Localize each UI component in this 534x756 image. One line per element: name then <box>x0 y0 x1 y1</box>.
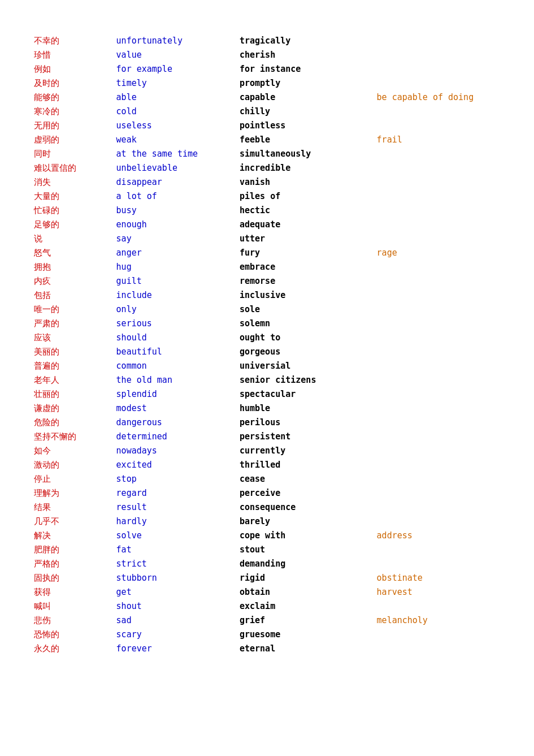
english-word-3 <box>377 401 500 416</box>
english-word-2: perceive <box>240 486 377 500</box>
english-word-2: consequence <box>240 500 377 515</box>
english-word-1: disappear <box>116 175 240 189</box>
chinese-word: 严格的 <box>34 557 116 571</box>
english-word-1: should <box>116 331 240 345</box>
table-row: 永久的forevereternal <box>34 642 500 656</box>
table-row: 及时的timelypromptly <box>34 76 500 90</box>
chinese-word: 理解为 <box>34 486 116 500</box>
english-word-2: persistent <box>240 430 377 444</box>
english-word-2: grief <box>240 614 377 628</box>
chinese-word: 能够的 <box>34 90 116 105</box>
table-row: 寒冷的coldchilly <box>34 105 500 119</box>
english-word-1: stubborn <box>116 571 240 585</box>
chinese-word: 永久的 <box>34 642 116 656</box>
chinese-word: 及时的 <box>34 76 116 90</box>
english-word-3 <box>377 387 500 401</box>
chinese-word: 例如 <box>34 62 116 76</box>
english-word-3 <box>377 486 500 500</box>
chinese-word: 虚弱的 <box>34 133 116 147</box>
english-word-2: eternal <box>240 642 377 656</box>
english-word-1: scary <box>116 628 240 642</box>
english-word-2: tragically <box>240 34 377 48</box>
english-word-2: utter <box>240 232 377 246</box>
chinese-word: 停止 <box>34 472 116 486</box>
table-row: 获得getobtainharvest <box>34 585 500 599</box>
english-word-3 <box>377 472 500 486</box>
english-word-2: piles of <box>240 189 377 204</box>
english-word-2: incredible <box>240 161 377 175</box>
english-word-1: useless <box>116 119 240 133</box>
english-word-2: fury <box>240 246 377 260</box>
english-word-2: spectacular <box>240 387 377 401</box>
english-word-3 <box>377 218 500 232</box>
english-word-2: hectic <box>240 204 377 218</box>
english-word-2: inclusive <box>240 288 377 303</box>
chinese-word: 肥胖的 <box>34 543 116 557</box>
chinese-word: 严肃的 <box>34 317 116 331</box>
english-word-1: forever <box>116 642 240 656</box>
english-word-1: nowadays <box>116 444 240 458</box>
english-word-1: value <box>116 48 240 62</box>
english-word-2: senior citizens <box>240 373 377 387</box>
chinese-word: 拥抱 <box>34 260 116 274</box>
english-word-1: regard <box>116 486 240 500</box>
table-row: 激动的excitedthrilled <box>34 458 500 472</box>
english-word-2: simultaneously <box>240 147 377 161</box>
vocab-table: 不幸的unfortunatelytragically珍惜valuecherish… <box>34 34 500 656</box>
table-row: 壮丽的splendidspectacular <box>34 387 500 401</box>
english-word-1: able <box>116 90 240 105</box>
english-word-3: frail <box>377 133 500 147</box>
chinese-word: 解决 <box>34 529 116 543</box>
english-word-2: universial <box>240 359 377 373</box>
table-row: 拥抱hugembrace <box>34 260 500 274</box>
table-row: 如今nowadayscurrently <box>34 444 500 458</box>
table-row: 停止stopcease <box>34 472 500 486</box>
english-word-1: sad <box>116 614 240 628</box>
table-row: 美丽的beautifulgorgeous <box>34 345 500 359</box>
table-row: 能够的ablecapablebe capable of doing <box>34 90 500 105</box>
chinese-word: 喊叫 <box>34 599 116 614</box>
table-row: 消失disappearvanish <box>34 175 500 189</box>
english-word-1: the old man <box>116 373 240 387</box>
english-word-3 <box>377 317 500 331</box>
english-word-2: solemn <box>240 317 377 331</box>
english-word-1: say <box>116 232 240 246</box>
english-word-3: address <box>377 529 500 543</box>
english-word-2: remorse <box>240 274 377 288</box>
chinese-word: 足够的 <box>34 218 116 232</box>
english-word-3 <box>377 105 500 119</box>
chinese-word: 恐怖的 <box>34 628 116 642</box>
chinese-word: 结果 <box>34 500 116 515</box>
english-word-1: hardly <box>116 515 240 529</box>
english-word-3 <box>377 303 500 317</box>
table-row: 说sayutter <box>34 232 500 246</box>
english-word-2: thrilled <box>240 458 377 472</box>
chinese-word: 不幸的 <box>34 34 116 48</box>
english-word-3 <box>377 543 500 557</box>
english-word-1: unbelievable <box>116 161 240 175</box>
english-word-2: embrace <box>240 260 377 274</box>
table-row: 肥胖的fatstout <box>34 543 500 557</box>
chinese-word: 难以置信的 <box>34 161 116 175</box>
english-word-3 <box>377 232 500 246</box>
english-word-1: enough <box>116 218 240 232</box>
english-word-3 <box>377 458 500 472</box>
chinese-word: 获得 <box>34 585 116 599</box>
english-word-1: a lot of <box>116 189 240 204</box>
table-row: 应该shouldought to <box>34 331 500 345</box>
chinese-word: 普遍的 <box>34 359 116 373</box>
english-word-1: result <box>116 500 240 515</box>
chinese-word: 包括 <box>34 288 116 303</box>
english-word-3 <box>377 76 500 90</box>
english-word-3 <box>377 175 500 189</box>
english-word-1: timely <box>116 76 240 90</box>
english-word-3: melancholy <box>377 614 500 628</box>
table-row: 包括includeinclusive <box>34 288 500 303</box>
english-word-1: strict <box>116 557 240 571</box>
english-word-3 <box>377 430 500 444</box>
english-word-3 <box>377 161 500 175</box>
chinese-word: 珍惜 <box>34 48 116 62</box>
english-word-3 <box>377 274 500 288</box>
english-word-2: vanish <box>240 175 377 189</box>
english-word-3 <box>377 557 500 571</box>
